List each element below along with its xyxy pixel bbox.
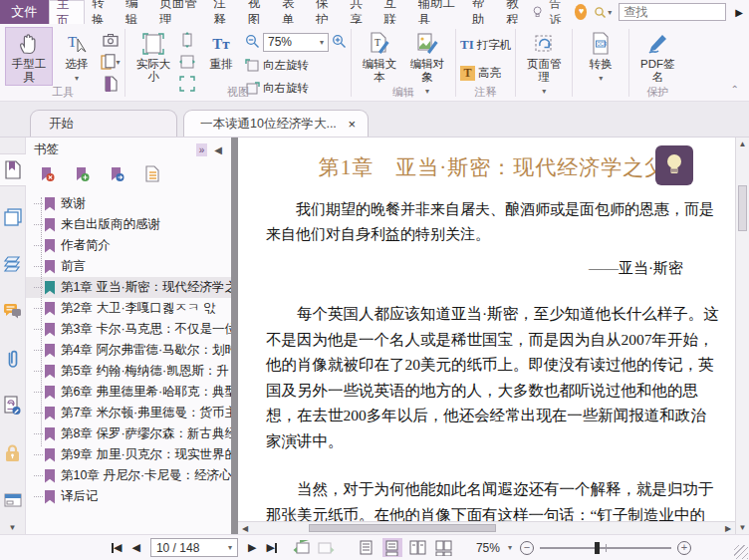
- menu-item[interactable]: 注释: [207, 0, 241, 24]
- attachments-panel-icon[interactable]: [0, 342, 26, 375]
- bookmark-item[interactable]: 第3章 卡尔·马克思：不仅是一位: [26, 319, 231, 340]
- layers-panel-icon[interactable]: [0, 248, 26, 281]
- signatures-panel-icon[interactable]: [0, 389, 26, 421]
- previous-page-button[interactable]: ◀: [131, 541, 139, 554]
- next-page-button[interactable]: ▶: [248, 541, 256, 554]
- panel-splitter[interactable]: [231, 138, 238, 534]
- zoom-slider-track[interactable]: [540, 547, 671, 549]
- previous-view-icon[interactable]: [293, 539, 310, 557]
- last-page-button[interactable]: ▶: [266, 541, 276, 554]
- menu-item[interactable]: 主页: [49, 0, 85, 24]
- zoom-in-icon[interactable]: [332, 34, 347, 51]
- actual-size-button[interactable]: 实际大小: [129, 27, 177, 86]
- panel-expand-icon[interactable]: »: [196, 143, 208, 156]
- zoom-in-button[interactable]: +: [677, 541, 691, 555]
- panel-collapse-icon[interactable]: ◀: [211, 143, 225, 156]
- scroll-up-icon[interactable]: ▲: [736, 140, 749, 148]
- bookmark-item[interactable]: 第2章 大卫·李嘎口콇ㅈㅋ 앇: [26, 298, 231, 319]
- next-view-icon[interactable]: [318, 539, 335, 557]
- bookmark-item[interactable]: 第10章 丹尼尔·卡尼曼：经济心: [26, 465, 231, 486]
- select-tool-button[interactable]: T 选择 ▾: [53, 27, 101, 87]
- edit-text-button[interactable]: T 编辑文本: [356, 27, 403, 86]
- rotate-left-button[interactable]: 向左旋转: [245, 55, 347, 75]
- delete-bookmark-icon[interactable]: [40, 166, 55, 185]
- reflow-button[interactable]: Tт 重排: [197, 27, 245, 73]
- menu-item[interactable]: 表单: [275, 0, 309, 24]
- menu-item[interactable]: 教程: [499, 0, 533, 24]
- vscroll-thumb[interactable]: [738, 185, 747, 231]
- security-panel-icon[interactable]: [0, 436, 26, 469]
- zoom-out-button[interactable]: −: [520, 541, 534, 555]
- highlight-button[interactable]: T 高亮: [460, 63, 511, 83]
- ribbon-collapse-icon[interactable]: ⌃: [731, 84, 739, 95]
- bookmark-item[interactable]: 前言: [26, 256, 231, 277]
- tab-start[interactable]: 开始: [30, 110, 177, 137]
- page-number-box[interactable]: 10 / 148 ▾: [150, 538, 238, 557]
- tab-close-icon[interactable]: ×: [346, 117, 358, 132]
- facing-layout-icon[interactable]: [408, 538, 428, 557]
- bookmark-item[interactable]: 第5章 约翰·梅纳德·凯恩斯：升: [26, 361, 231, 382]
- continuous-facing-layout-icon[interactable]: [434, 538, 454, 557]
- document-view[interactable]: 第1章 亚当·斯密：现代经济学之父 我们期望的晚餐并非来自屠夫、酿酒师或是面包师…: [238, 138, 735, 534]
- typewriter-button[interactable]: TI 打字机: [460, 35, 511, 55]
- zoom-out-icon[interactable]: [245, 34, 260, 51]
- overflow-arrow-icon[interactable]: ▶: [733, 7, 745, 18]
- fit-width-icon[interactable]: [177, 53, 197, 71]
- vertical-scrollbar[interactable]: ▲ ▼: [735, 138, 749, 534]
- single-page-layout-icon[interactable]: [357, 538, 376, 557]
- comments-panel-icon[interactable]: [0, 295, 26, 328]
- bookmark-item[interactable]: 来自出版商的感谢: [26, 214, 231, 235]
- scroll-down-icon[interactable]: ▼: [736, 523, 749, 532]
- bookmark-item[interactable]: 第8章 保罗·萨缪尔森：新古典经: [26, 423, 231, 444]
- bookmark-item[interactable]: 致谢: [26, 193, 231, 214]
- fit-height-icon[interactable]: [177, 31, 197, 49]
- zoom-slider-thumb[interactable]: [595, 542, 600, 554]
- menu-item[interactable]: 视图: [241, 0, 275, 24]
- bookmark-item[interactable]: 译后记: [26, 486, 231, 507]
- window-resize-grip[interactable]: [734, 545, 748, 559]
- scroll-left-icon[interactable]: ◀: [238, 524, 252, 533]
- menu-item[interactable]: 编辑: [119, 0, 152, 24]
- menu-item[interactable]: 共享: [343, 0, 376, 24]
- add-bookmark-icon[interactable]: [75, 166, 90, 185]
- clipboard-icon[interactable]: ▾: [101, 53, 121, 71]
- zoom-level-combobox[interactable]: 75% ▾: [263, 33, 329, 52]
- expand-bookmarks-icon[interactable]: [144, 165, 159, 185]
- fields-panel-icon[interactable]: [0, 483, 26, 516]
- menu-item[interactable]: 保护: [309, 0, 343, 24]
- bookmark-item[interactable]: 第6章 弗里德里希·哈耶克：典型: [26, 382, 231, 403]
- bookmark-item[interactable]: 第4章 阿尔弗雷德·马歇尔：划时: [26, 340, 231, 361]
- bookmark-item[interactable]: 第9章 加里·贝克尔：现实世界的: [26, 444, 231, 465]
- search-input[interactable]: [619, 3, 726, 21]
- horizontal-scrollbar[interactable]: ◀ ▶: [238, 521, 735, 534]
- goto-bookmark-icon[interactable]: [110, 166, 125, 185]
- scroll-right-icon[interactable]: ▶: [721, 524, 735, 533]
- ribbon-group-edit: T 编辑文本 编辑对象 ▾ 编辑: [353, 24, 454, 101]
- hscroll-thumb[interactable]: [309, 524, 496, 532]
- continuous-layout-icon[interactable]: [382, 538, 402, 557]
- menu-item[interactable]: 页面管理: [152, 0, 206, 24]
- first-page-button[interactable]: ◀: [112, 541, 122, 554]
- bookmarks-panel-icon[interactable]: [0, 153, 26, 186]
- menu-item[interactable]: 帮助: [465, 0, 499, 24]
- bookmark-item[interactable]: 作者简介: [26, 235, 231, 256]
- pages-panel-icon[interactable]: [0, 200, 26, 233]
- tip-lightbulb-button[interactable]: [655, 145, 693, 185]
- snapshot-camera-icon[interactable]: [101, 31, 121, 49]
- bookmark-item[interactable]: 第1章 亚当·斯密：现代经济学之: [26, 277, 231, 298]
- menu-item[interactable]: 互联: [376, 0, 410, 24]
- pdf-sign-button[interactable]: PDF签名: [633, 27, 681, 86]
- menu-item[interactable]: 辅助工具: [411, 0, 465, 24]
- page-manage-button[interactable]: 页面管理 ▾: [520, 27, 568, 100]
- search-scope-icon[interactable]: ▾: [594, 6, 612, 19]
- convert-button[interactable]: OCR 转换 ▾: [577, 27, 624, 87]
- file-menu-button[interactable]: 文件: [0, 0, 49, 24]
- bookmark-item[interactable]: 第7章 米尔顿·弗里德曼：货币主: [26, 403, 231, 423]
- statusbar-zoom-caret[interactable]: ▾: [508, 543, 512, 552]
- assistant-bulb-icon[interactable]: [533, 4, 542, 20]
- heart-icon[interactable]: [575, 4, 587, 20]
- tab-document[interactable]: 一本读通10位经济学大... ×: [183, 110, 369, 137]
- panel-more-caret-icon[interactable]: ▼: [0, 520, 26, 534]
- hand-tool-button[interactable]: 手型工具: [5, 27, 53, 86]
- menu-item[interactable]: 转换: [85, 0, 119, 24]
